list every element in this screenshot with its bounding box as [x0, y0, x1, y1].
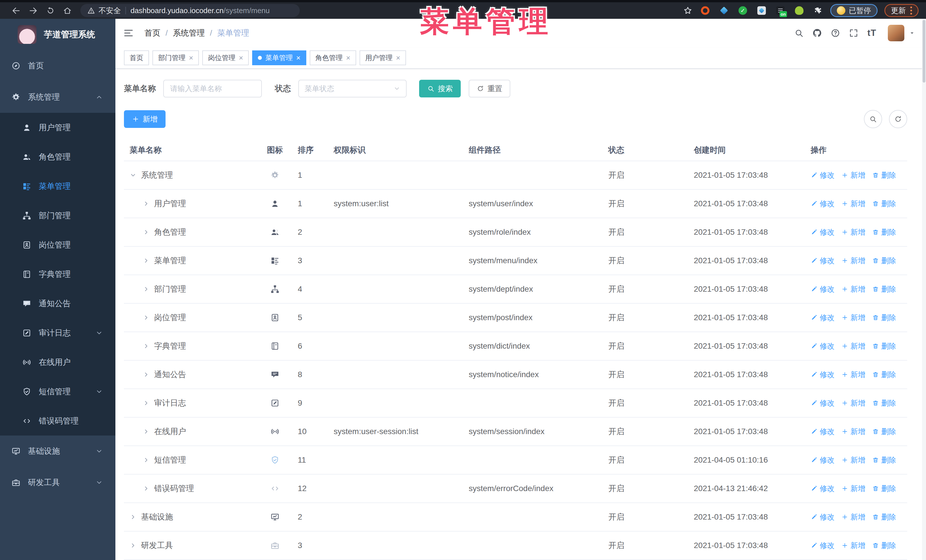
delete-link[interactable]: 删除	[872, 427, 896, 437]
expand-caret-icon[interactable]	[143, 314, 150, 321]
sidebar-item[interactable]: 用户管理	[0, 113, 115, 142]
sidebar-item[interactable]: 基础设施	[0, 436, 115, 467]
sidebar-item[interactable]: 短信管理	[0, 377, 115, 406]
forward-icon[interactable]	[24, 3, 42, 18]
delete-link[interactable]: 删除	[872, 199, 896, 209]
extension-icon-orange[interactable]	[701, 6, 710, 15]
delete-link[interactable]: 删除	[872, 398, 896, 408]
add-button[interactable]: 新增	[124, 110, 165, 128]
delete-link[interactable]: 删除	[872, 455, 896, 465]
delete-link[interactable]: 删除	[872, 540, 896, 551]
expand-caret-icon[interactable]	[143, 229, 150, 235]
sidebar-item[interactable]: 岗位管理	[0, 230, 115, 260]
expand-caret-icon[interactable]	[143, 371, 150, 378]
expand-caret-icon[interactable]	[143, 400, 150, 406]
avatar[interactable]	[888, 25, 904, 41]
sidebar-item[interactable]: 审计日志	[0, 318, 115, 347]
edit-link[interactable]: 修改	[811, 313, 835, 323]
help-icon[interactable]	[826, 24, 844, 42]
expand-caret-icon[interactable]	[130, 513, 136, 521]
browser-menu-icon[interactable]	[910, 6, 912, 15]
fullscreen-icon[interactable]	[844, 24, 863, 42]
sidebar-item[interactable]: 通知公告	[0, 289, 115, 318]
add-child-link[interactable]: 新增	[841, 427, 865, 437]
update-button[interactable]: 更新	[884, 4, 918, 17]
tab-close-icon[interactable]: ×	[346, 54, 351, 62]
edit-link[interactable]: 修改	[811, 227, 835, 237]
add-child-link[interactable]: 新增	[841, 455, 865, 465]
edit-link[interactable]: 修改	[811, 171, 835, 180]
expand-caret-icon[interactable]	[143, 457, 150, 463]
add-child-link[interactable]: 新增	[841, 227, 865, 237]
add-child-link[interactable]: 新增	[841, 370, 865, 380]
sidebar-item[interactable]: 字典管理	[0, 260, 115, 289]
expand-caret-icon[interactable]	[143, 200, 150, 207]
search-button[interactable]: 搜索	[419, 80, 461, 97]
add-child-link[interactable]: 新增	[841, 199, 865, 209]
tab[interactable]: 部门管理 ×	[153, 50, 199, 65]
tab[interactable]: 菜单管理 ×	[252, 50, 306, 65]
extension-icon-on[interactable]: on	[776, 6, 785, 15]
sidebar-item[interactable]: 部门管理	[0, 201, 115, 230]
delete-link[interactable]: 删除	[872, 512, 896, 522]
delete-link[interactable]: 删除	[872, 171, 896, 180]
hamburger-icon[interactable]	[123, 27, 134, 39]
reset-button[interactable]: 重置	[469, 80, 510, 97]
back-icon[interactable]	[8, 3, 24, 18]
edit-link[interactable]: 修改	[811, 398, 835, 408]
extension-icon-android[interactable]	[795, 6, 803, 15]
extensions-puzzle-icon[interactable]	[814, 6, 822, 15]
expand-caret-icon[interactable]	[143, 343, 150, 350]
tab[interactable]: 岗位管理 ×	[202, 50, 249, 65]
menu-name-input[interactable]	[163, 80, 262, 97]
refresh-table-button[interactable]	[889, 110, 907, 128]
delete-link[interactable]: 删除	[872, 341, 896, 351]
expand-caret-icon[interactable]	[130, 172, 136, 179]
add-child-link[interactable]: 新增	[841, 398, 865, 408]
expand-caret-icon[interactable]	[143, 257, 150, 264]
expand-caret-icon[interactable]	[143, 428, 150, 435]
extension-icon-check[interactable]: ✓	[738, 6, 747, 15]
edit-link[interactable]: 修改	[811, 540, 835, 551]
edit-link[interactable]: 修改	[811, 199, 835, 209]
add-child-link[interactable]: 新增	[841, 484, 865, 494]
sidebar-item[interactable]: 错误码管理	[0, 406, 115, 436]
profile-paused-badge[interactable]: 已暂停	[830, 4, 878, 17]
delete-link[interactable]: 删除	[872, 227, 896, 237]
tab-close-icon[interactable]: ×	[189, 54, 193, 62]
add-child-link[interactable]: 新增	[841, 313, 865, 323]
add-child-link[interactable]: 新增	[841, 512, 865, 522]
sidebar-item[interactable]: 角色管理	[0, 142, 115, 172]
delete-link[interactable]: 删除	[872, 256, 896, 266]
expand-caret-icon[interactable]	[130, 542, 136, 549]
font-size-icon[interactable]: tT	[863, 24, 881, 42]
edit-link[interactable]: 修改	[811, 427, 835, 437]
sidebar-item[interactable]: 系统管理	[0, 82, 115, 113]
sidebar-item[interactable]: 首页	[0, 50, 115, 82]
address-bar[interactable]: 不安全 dashboard.yudao.iocoder.cn/system/me…	[80, 4, 300, 17]
delete-link[interactable]: 删除	[872, 370, 896, 380]
edit-link[interactable]: 修改	[811, 341, 835, 351]
expand-caret-icon[interactable]	[143, 485, 150, 492]
delete-link[interactable]: 删除	[872, 284, 896, 294]
delete-link[interactable]: 删除	[872, 313, 896, 323]
bookmark-star-icon[interactable]	[683, 6, 692, 15]
tab-close-icon[interactable]: ×	[239, 54, 243, 62]
avatar-caret-down-icon[interactable]	[909, 30, 915, 36]
github-icon[interactable]	[808, 24, 826, 42]
tab-close-icon[interactable]: ×	[396, 54, 400, 62]
expand-caret-icon[interactable]	[143, 286, 150, 293]
add-child-link[interactable]: 新增	[841, 256, 865, 266]
sidebar-item[interactable]: 菜单管理	[0, 172, 115, 201]
tab-close-icon[interactable]: ×	[296, 54, 300, 62]
tab[interactable]: 首页 ×	[124, 50, 149, 65]
edit-link[interactable]: 修改	[811, 256, 835, 266]
header-search-icon[interactable]	[790, 24, 808, 42]
sidebar-item[interactable]: 研发工具	[0, 467, 115, 498]
status-select[interactable]: 菜单状态	[298, 80, 407, 97]
show-search-button[interactable]	[864, 110, 882, 128]
add-child-link[interactable]: 新增	[841, 171, 865, 180]
tab[interactable]: 用户管理 ×	[360, 50, 406, 65]
edit-link[interactable]: 修改	[811, 512, 835, 522]
home-icon[interactable]	[59, 3, 76, 18]
